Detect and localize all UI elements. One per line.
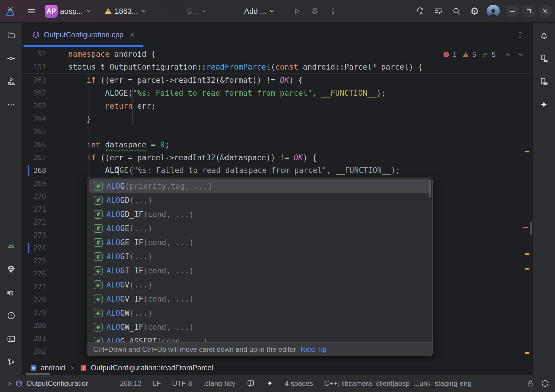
line-number[interactable]: 276	[23, 270, 46, 278]
logcat-android-icon[interactable]	[4, 239, 19, 253]
vcs-change-marker[interactable]	[28, 165, 29, 176]
completion-item[interactable]: #ALOG(priority,tag, ...)	[89, 179, 431, 193]
run-button[interactable]	[289, 4, 304, 18]
line-number[interactable]: 275	[23, 257, 46, 265]
lock-open-icon[interactable]	[526, 379, 534, 388]
toolchain-widget[interactable]: C++: libcamera_client|aosp_...unk_stagin…	[324, 379, 472, 388]
translate-actions-button[interactable]: A	[413, 4, 427, 18]
minimize-button[interactable]	[506, 5, 519, 17]
line-number[interactable]: 281	[23, 334, 46, 343]
tab-close-icon[interactable]	[129, 32, 136, 38]
tab-outputconfiguration-cpp[interactable]: C OutputConfiguration.cpp	[23, 23, 144, 47]
code-line[interactable]: 262 ALOGE("%s: Failed to read format fro…	[23, 87, 532, 100]
tab-options-kebab-icon[interactable]	[516, 31, 524, 39]
line-number[interactable]: 271	[23, 205, 46, 213]
settings-button[interactable]: ⚙	[467, 4, 482, 18]
structure-icon[interactable]	[4, 74, 19, 89]
profiler-cat-icon[interactable]	[4, 285, 19, 300]
line-number[interactable]: 274	[23, 244, 46, 252]
gemini-sparkle-icon[interactable]	[536, 97, 551, 112]
more-tool-windows-icon[interactable]	[4, 97, 19, 112]
search-everywhere-button[interactable]	[449, 4, 464, 18]
line-number[interactable]: 261	[23, 76, 46, 84]
caret-position-widget[interactable]: 268:12	[120, 379, 141, 388]
ai-sparkle-icon[interactable]	[266, 380, 274, 387]
status-current-file[interactable]: C OutputConfiguratior	[15, 379, 109, 388]
code-line[interactable]: 267 if ((err = parcel->readInt32(&datasp…	[23, 151, 532, 164]
version-control-branch-icon[interactable]	[4, 355, 19, 369]
line-number[interactable]: 278	[23, 296, 46, 304]
completion-item[interactable]: #ALOGV(...)	[89, 278, 431, 292]
line-number[interactable]: 151	[23, 63, 46, 71]
line-number[interactable]: 266	[23, 141, 46, 149]
line-number[interactable]: 270	[23, 192, 46, 201]
inspections-widget[interactable]: 1 5 5	[442, 51, 525, 59]
horizontal-scrollbar-thumb[interactable]	[26, 373, 50, 375]
line-number[interactable]: 264	[23, 115, 46, 123]
line-number[interactable]: 263	[23, 102, 46, 110]
line-number[interactable]: 267	[23, 154, 46, 162]
stripe-warning-mark[interactable]	[525, 253, 529, 255]
vcs-change-marker[interactable]	[28, 243, 29, 253]
completion-item[interactable]: #ALOGE_IF(cond, ...)	[89, 235, 431, 250]
completion-item[interactable]: #ALOGV_IF(cond, ...)	[89, 292, 431, 306]
line-separator-widget[interactable]: LF	[153, 379, 161, 388]
terminal-icon[interactable]	[4, 332, 19, 346]
code-line[interactable]: 263 return err;	[23, 100, 532, 112]
analyzer-widget[interactable]: .clang-tidy	[203, 379, 235, 388]
code-line[interactable]: 268 ALOGE("%s: Failed to read dataspace …	[23, 164, 532, 177]
line-number[interactable]: 268	[23, 166, 46, 175]
line-number[interactable]: 262	[23, 89, 46, 97]
next-tip-link[interactable]: Next Tip	[301, 345, 327, 354]
breadcrumb-function[interactable]: f OutputConfiguration::readFromParcel	[80, 364, 213, 372]
expand-panel-chevron-icon[interactable]	[6, 380, 14, 387]
completion-item[interactable]: #ALOGE(...)	[89, 221, 431, 235]
stripe-warning-mark[interactable]	[525, 268, 529, 270]
main-menu-button[interactable]	[24, 4, 39, 18]
user-avatar[interactable]	[487, 5, 500, 18]
code-line[interactable]: 265	[23, 125, 532, 138]
app-quality-insights-gem-icon[interactable]	[4, 262, 19, 277]
running-devices-icon[interactable]	[536, 74, 551, 89]
completion-item[interactable]: #ALOGD_IF(cond, ...)	[89, 207, 431, 221]
close-button[interactable]	[539, 5, 552, 17]
reader-mode-icon[interactable]	[247, 379, 255, 388]
indent-widget[interactable]: 4 spaces	[285, 379, 313, 388]
error-circle-icon[interactable]	[541, 379, 549, 388]
line-number[interactable]: 280	[23, 322, 46, 330]
device-selector[interactable]: S...	[185, 4, 210, 18]
run-configuration-selector[interactable]: Add ...	[242, 4, 278, 18]
project-folder-icon[interactable]	[4, 28, 19, 43]
popup-scrollbar-thumb[interactable]	[429, 180, 431, 197]
maximize-button[interactable]	[522, 5, 536, 17]
line-number[interactable]: 269	[23, 179, 46, 188]
completion-item[interactable]: #ALOGI(...)	[89, 250, 431, 264]
project-widget[interactable]: AP aosp...	[42, 4, 94, 18]
problems-icon[interactable]	[4, 308, 19, 323]
stripe-warning-mark[interactable]	[525, 352, 529, 354]
completion-item[interactable]: #ALOGD(...)	[89, 193, 431, 207]
more-actions-button[interactable]	[326, 4, 340, 18]
completion-item[interactable]: #ALOG_ASSERT(cond, ...)	[89, 334, 431, 342]
next-problem-chevron-icon[interactable]	[517, 51, 525, 58]
debug-button[interactable]	[307, 4, 322, 18]
code-line[interactable]: 266 int dataspace = 0;	[23, 138, 532, 151]
vcs-branch-widget[interactable]: 1863...	[102, 4, 149, 18]
line-number[interactable]: 279	[23, 309, 46, 317]
line-number[interactable]: 277	[23, 283, 46, 291]
encoding-widget[interactable]: UTF-8	[172, 379, 192, 388]
completion-item[interactable]: #ALOGI_IF(cond, ...)	[89, 264, 431, 278]
line-number[interactable]: 272	[23, 218, 46, 226]
commit-icon[interactable]	[4, 51, 19, 66]
editor-scrollbar-thumb[interactable]	[530, 222, 532, 235]
code-line[interactable]: 151status_t OutputConfiguration::readFro…	[23, 60, 532, 73]
code-line[interactable]: 261 if ((err = parcel->readInt32(&format…	[23, 74, 532, 87]
line-number[interactable]: 32	[23, 50, 46, 58]
completion-item[interactable]: #ALOGW_IF(cond, ...)	[89, 320, 431, 334]
stripe-warning-mark[interactable]	[525, 151, 529, 152]
completion-item[interactable]: #ALOGW(...)	[89, 306, 431, 320]
stripe-error-mark[interactable]	[523, 227, 528, 228]
code-editor[interactable]: 32namespace android {151status_t OutputC…	[23, 47, 532, 361]
line-number[interactable]: 265	[23, 128, 46, 136]
line-number[interactable]: 282	[23, 347, 46, 356]
